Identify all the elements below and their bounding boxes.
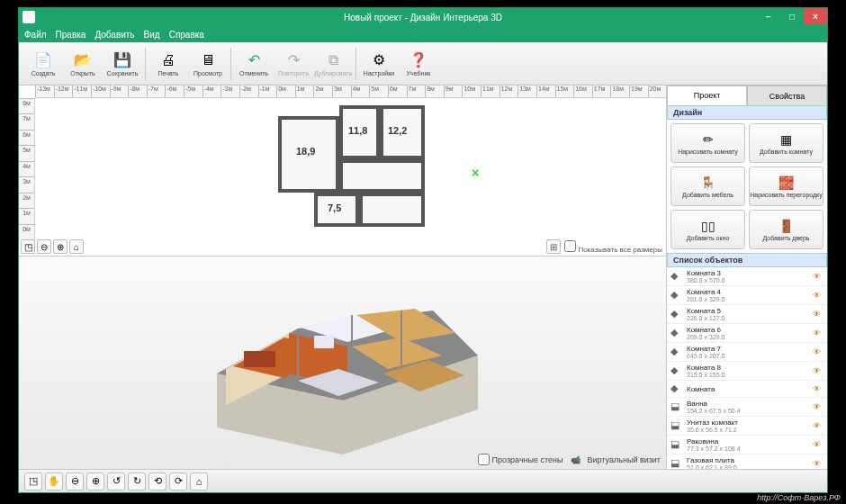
save-button[interactable]: 💾Сохранить	[104, 45, 141, 83]
plan-3d-view[interactable]: Прозрачные стены 📹 Виртуальный визит	[19, 256, 666, 469]
app-icon	[22, 11, 35, 23]
home-icon[interactable]: ⌂	[190, 472, 208, 490]
nav-cube-icon[interactable]: ◳	[21, 239, 35, 254]
menu-view[interactable]: Вид	[144, 30, 160, 40]
menu-add[interactable]: Добавить	[94, 30, 134, 40]
visibility-icon[interactable]: 👁	[813, 384, 824, 393]
gear-icon: ⚙	[370, 51, 388, 69]
room-label: 18,9	[296, 146, 315, 157]
redo-button[interactable]: ↷Повторить	[274, 45, 312, 83]
pencil-icon: ✏	[700, 131, 716, 148]
create-button[interactable]: 📄Создать	[24, 45, 62, 83]
maximize-button[interactable]: □	[780, 8, 804, 24]
list-item[interactable]: ◆Комната 4281.0 x 329.0👁	[667, 286, 827, 305]
camera-icon: 📹	[571, 455, 580, 464]
transparent-walls-checkbox[interactable]: Прозрачные стены	[478, 454, 563, 465]
object-type-icon: ◆	[670, 308, 683, 320]
duplicate-button[interactable]: ⧉Дублировать	[314, 45, 352, 83]
add-furniture-button[interactable]: 🪑Добавить мебель	[670, 166, 745, 206]
preview-button[interactable]: 🖥Просмотр	[189, 45, 227, 83]
floorplan[interactable]: 18,9 11,8 12,2 7,5	[278, 105, 440, 240]
home-button[interactable]: ⌂	[69, 239, 84, 254]
object-type-icon: ⬓	[670, 419, 683, 432]
zoom-out-button[interactable]: ⊖	[37, 239, 51, 254]
object-type-icon: ◆	[670, 289, 683, 302]
rotate-cw-icon[interactable]: ⟲	[148, 472, 166, 490]
pan-icon[interactable]: ✋	[45, 472, 63, 490]
object-list[interactable]: ◆Комната 3380.0 x 570.0👁◆Комната 4281.0 …	[667, 267, 827, 469]
help-icon: ❓	[410, 51, 428, 69]
show-dimensions-checkbox[interactable]: Показывать все размеры	[564, 240, 662, 254]
minimize-button[interactable]: −	[757, 8, 780, 24]
object-type-icon: ⬓	[670, 400, 683, 413]
list-item[interactable]: ◆Комната 6269.0 x 329.0👁	[667, 324, 827, 343]
list-item[interactable]: ◆Комната 7645.0 x 207.0👁	[667, 343, 827, 362]
draw-partition-button[interactable]: 🧱Нарисовать перегородку	[749, 166, 824, 206]
menu-file[interactable]: Файл	[24, 30, 47, 40]
iso-3d-render	[208, 266, 496, 454]
rotate-right-icon[interactable]: ↻	[128, 472, 146, 490]
visibility-icon[interactable]: 👁	[813, 402, 824, 411]
undo-icon: ↶	[245, 51, 263, 69]
visibility-icon[interactable]: 👁	[813, 310, 824, 319]
rotate-ccw-icon[interactable]: ⟳	[169, 472, 187, 490]
save-icon: 💾	[113, 51, 131, 69]
add-room-button[interactable]: ▦Добавить комнату	[749, 123, 824, 163]
new-file-icon: 📄	[34, 51, 52, 69]
toolbar: 📄Создать 📂Открыть 💾Сохранить 🖨Печать 🖥Пр…	[19, 42, 827, 86]
right-panel: Проект Свойства Дизайн ✏Нарисовать комна…	[667, 86, 827, 469]
rotate-left-icon[interactable]: ↺	[107, 472, 125, 490]
visibility-icon[interactable]: 👁	[813, 272, 824, 281]
dimensions-icon[interactable]: ⊞	[546, 239, 561, 254]
undo-button[interactable]: ↶Отменить	[235, 45, 273, 83]
list-item[interactable]: ⬓Газовая плита51.0 x 62.1 x 89.0👁	[667, 454, 827, 469]
open-button[interactable]: 📂Открыть	[64, 45, 102, 83]
room-icon: ▦	[778, 131, 795, 148]
tab-properties[interactable]: Свойства	[747, 86, 827, 105]
visibility-icon[interactable]: 👁	[813, 328, 824, 338]
visibility-icon[interactable]: 👁	[813, 440, 824, 449]
visibility-icon[interactable]: 👁	[813, 459, 824, 468]
zoom-in-button[interactable]: ⊕	[86, 472, 104, 490]
statusbar: ◳ ✋ ⊖ ⊕ ↺ ↻ ⟲ ⟳ ⌂	[19, 469, 827, 492]
cursor-marker-icon: ×	[472, 166, 479, 180]
titlebar[interactable]: Новый проект - Дизайн Интерьера 3D − □ ×	[19, 8, 827, 26]
list-item[interactable]: ◆Комната 3380.0 x 570.0👁	[667, 267, 827, 286]
close-button[interactable]: ×	[804, 8, 827, 24]
menu-help[interactable]: Справка	[169, 30, 204, 40]
redo-icon: ↷	[284, 51, 302, 69]
app-window: Новый проект - Дизайн Интерьера 3D − □ ×…	[18, 7, 828, 493]
nav-cube-icon[interactable]: ◳	[24, 472, 42, 490]
settings-button[interactable]: ⚙Настройки	[360, 45, 398, 83]
object-type-icon: ◆	[670, 327, 683, 339]
list-item[interactable]: ◆Комната 8315.0 x 155.0👁	[667, 362, 827, 381]
tab-project[interactable]: Проект	[667, 86, 747, 105]
tutorial-button[interactable]: ❓Учебник	[400, 45, 437, 83]
draw-room-button[interactable]: ✏Нарисовать комнату	[670, 123, 745, 163]
virtual-visit-button[interactable]: Виртуальный визит	[588, 455, 661, 464]
objects-header: Список объектов	[667, 253, 827, 267]
list-item[interactable]: ◆Комната 5226.0 x 127.0👁	[667, 305, 827, 324]
list-item[interactable]: ⬓Ванна154.2 x 67.5 x 50.4👁	[667, 398, 827, 417]
duplicate-icon: ⧉	[324, 51, 342, 69]
zoom-out-button[interactable]: ⊖	[66, 472, 84, 490]
add-door-button[interactable]: 🚪Добавить дверь	[749, 210, 824, 249]
menubar: Файл Правка Добавить Вид Справка	[19, 26, 827, 42]
list-item[interactable]: ⬓Унитаз компакт35.6 x 56.5 x 71.2👁	[667, 417, 827, 436]
visibility-icon[interactable]: 👁	[813, 291, 824, 300]
visibility-icon[interactable]: 👁	[813, 421, 824, 430]
list-item[interactable]: ◆Комната👁	[667, 381, 827, 398]
object-type-icon: ◆	[670, 346, 683, 358]
zoom-in-button[interactable]: ⊕	[53, 239, 68, 254]
visibility-icon[interactable]: 👁	[813, 366, 824, 375]
add-window-button[interactable]: ▯▯Добавить окно	[670, 210, 745, 249]
print-button[interactable]: 🖨Печать	[149, 45, 187, 83]
visibility-icon[interactable]: 👁	[813, 347, 824, 356]
printer-icon: 🖨	[159, 51, 177, 69]
plan-2d-view[interactable]: -13м-12м-11м-10м-9м-8м-7м-6м-5м-4м-3м-2м…	[19, 86, 666, 256]
design-header: Дизайн	[667, 105, 827, 120]
menu-edit[interactable]: Правка	[56, 30, 86, 40]
folder-icon: 📂	[74, 51, 92, 69]
list-item[interactable]: ⬓Раковина77.3 x 57.2 x 108.4👁	[667, 436, 827, 454]
room-label: 12,2	[388, 125, 407, 136]
